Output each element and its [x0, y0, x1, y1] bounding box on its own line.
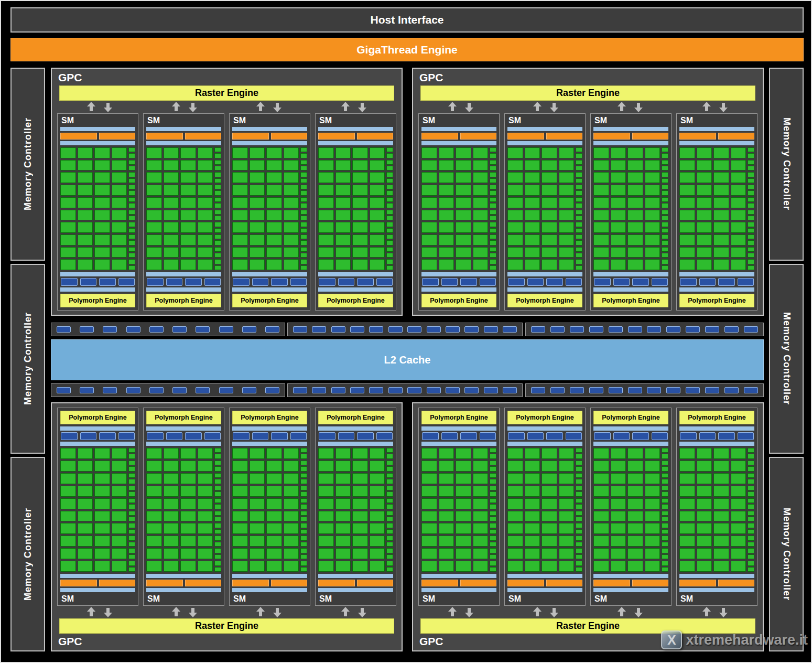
core-subcolumn: [662, 197, 668, 208]
core-cell: [627, 247, 643, 258]
core-cell: [507, 498, 523, 509]
instruction-cache-bar: [679, 588, 754, 592]
core-subcolumn: [662, 461, 668, 472]
core-cell: [593, 247, 609, 258]
raster-sm-arrows: [588, 607, 673, 617]
core-cell: [164, 511, 179, 522]
core-cell: [679, 486, 695, 497]
core-cell: [232, 461, 248, 472]
core-cell: [525, 536, 540, 547]
core-subcolumn: [748, 548, 754, 559]
core-subcolumn: [128, 172, 135, 183]
core-subcell: [748, 197, 754, 202]
core-subcell: [128, 466, 135, 471]
interconnect-block: [484, 387, 498, 393]
core-cell: [232, 473, 248, 484]
core-subcolumn: [490, 461, 496, 472]
core-subcolumn: [386, 160, 393, 171]
warp-scheduler: [679, 580, 716, 586]
core-cell: [318, 561, 334, 572]
core-cell: [266, 461, 282, 472]
core-cell: [232, 234, 248, 245]
interconnect-strip: [287, 383, 523, 397]
core-subcolumn: [576, 461, 582, 472]
core-subcell: [662, 504, 668, 509]
core-subcell: [300, 473, 307, 478]
core-subcell: [300, 228, 307, 233]
core-cell: [284, 185, 299, 196]
texture-unit: [738, 278, 754, 286]
core-subcell: [748, 491, 754, 496]
interconnect-block: [628, 387, 642, 393]
core-cell: [78, 234, 93, 245]
texture-unit: [166, 278, 183, 286]
core-subcolumn: [576, 234, 582, 245]
core-subcolumn: [214, 448, 221, 459]
core-subcell: [662, 216, 668, 220]
interconnect-block: [531, 326, 545, 333]
cache-bar: [421, 287, 496, 292]
core-cell: [180, 259, 196, 270]
core-subcolumn: [490, 160, 496, 171]
core-cell: [352, 561, 368, 572]
core-subcell: [576, 190, 582, 195]
core-subcell: [490, 253, 496, 258]
up-arrow-icon: [533, 607, 542, 617]
warp-scheduler: [593, 133, 630, 140]
core-subcell: [748, 479, 754, 484]
core-subcell: [386, 228, 393, 233]
core-subcolumn: [300, 511, 307, 522]
core-subcolumn: [576, 561, 582, 572]
warp-scheduler: [318, 133, 355, 140]
core-cell: [60, 511, 76, 522]
core-cell: [318, 234, 334, 245]
core-cell: [60, 160, 76, 171]
dispatch-unit: [357, 580, 394, 586]
warp-scheduler: [507, 580, 544, 586]
core-subcell: [128, 517, 135, 521]
core-subcolumn: [662, 259, 668, 270]
core-cell: [731, 448, 746, 459]
raster-sm-arrows: [311, 102, 396, 112]
core-cell: [559, 197, 575, 208]
core-subcolumn: [490, 486, 496, 497]
sm-label: SM: [421, 593, 496, 604]
sm-block: SM Polymorph Engine: [143, 113, 224, 311]
core-cell: [697, 486, 712, 497]
core-cell: [697, 210, 712, 221]
core-subcell: [490, 265, 496, 270]
sm-label: SM: [318, 115, 393, 126]
core-cell: [94, 172, 110, 183]
core-grid: [593, 147, 668, 270]
core-cell: [507, 160, 523, 171]
core-cell: [232, 147, 248, 158]
core-subcell: [490, 479, 496, 484]
texture-unit: [80, 432, 97, 440]
texture-unit: [566, 432, 582, 440]
core-cell: [335, 185, 351, 196]
core-subcell: [300, 561, 307, 565]
core-subcolumn: [128, 222, 135, 233]
core-subcell: [300, 523, 307, 528]
core-subcell: [214, 542, 221, 547]
core-subcolumn: [300, 448, 307, 459]
core-cell: [370, 147, 385, 158]
core-cell: [611, 147, 626, 158]
core-subcell: [128, 197, 135, 202]
texture-unit: [680, 432, 697, 440]
core-cell: [627, 473, 643, 484]
core-cell: [335, 536, 351, 547]
core-cell: [611, 561, 626, 572]
core-cell: [146, 172, 162, 183]
core-cell: [198, 222, 213, 233]
core-subcolumn: [748, 536, 754, 547]
core-cell: [593, 523, 609, 534]
core-cell: [439, 461, 454, 472]
raster-sm-arrows: [142, 102, 227, 112]
core-cell: [713, 561, 729, 572]
raster-sm-arrows: [418, 607, 503, 617]
core-cell: [713, 461, 729, 472]
core-cell: [559, 210, 575, 221]
core-cell: [559, 461, 575, 472]
core-subcell: [386, 498, 393, 503]
